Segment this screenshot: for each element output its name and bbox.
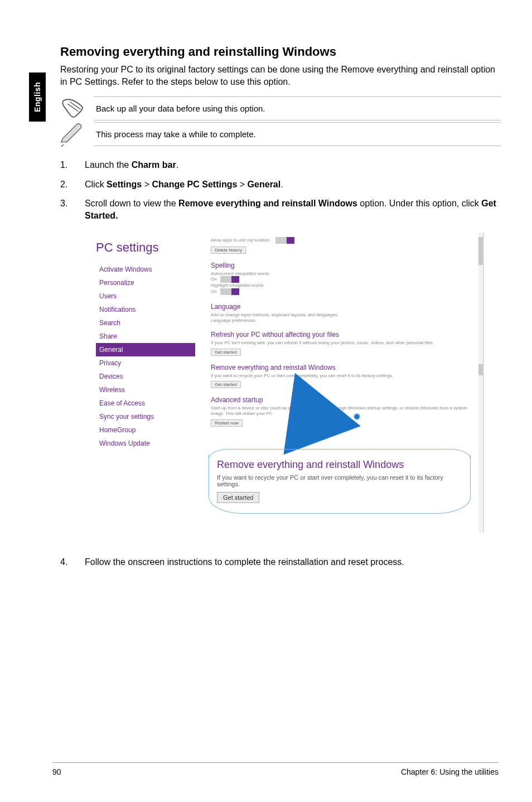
text-bold: Change PC Settings	[152, 180, 237, 189]
nav-general[interactable]: General	[96, 343, 195, 356]
chapter-label: Chapter 6: Using the utilities	[401, 767, 499, 776]
step-1: Launch the Charm bar.	[60, 159, 501, 171]
toggle-highlight[interactable]	[220, 288, 239, 295]
intro-paragraph: Restoring your PC to its original factor…	[60, 64, 501, 88]
text: If you want to recycle your PC or start …	[211, 373, 478, 379]
callout-body: If you want to recycle your PC or start …	[217, 474, 462, 487]
nav-notifications[interactable]: Notifications	[96, 303, 195, 316]
pen-icon	[60, 121, 86, 147]
step-4: Follow the onscreen instructions to comp…	[60, 556, 501, 568]
toggle[interactable]	[275, 237, 294, 244]
text-bold: Remove everything and reinstall Windows	[178, 199, 357, 208]
nav-privacy[interactable]: Privacy	[96, 356, 195, 370]
text: Add or change input methods, keyboard la…	[211, 312, 478, 318]
callout-get-started-button[interactable]: Get started	[217, 492, 259, 503]
text: On	[211, 276, 478, 283]
text: On	[211, 288, 478, 295]
nav-personalize[interactable]: Personalize	[96, 276, 195, 289]
step-3: Scroll down to view the Remove everythin…	[60, 197, 501, 223]
divider	[94, 146, 501, 146]
nav-windows-update[interactable]: Windows Update	[96, 437, 195, 450]
text: Allow apps to use my location	[211, 237, 478, 244]
nav-users[interactable]: Users	[96, 289, 195, 303]
text: If your PC isn't running well, you can r…	[211, 340, 478, 346]
text: Highlight misspelled words	[211, 283, 478, 288]
text: Autocorrect misspelled words	[211, 271, 478, 277]
scrollbar-track[interactable]	[478, 233, 483, 533]
pc-settings-title: PC settings	[96, 240, 195, 255]
pc-settings-screenshot: PC settings Activate Windows Personalize…	[84, 233, 484, 533]
scrollbar-thumb[interactable]	[478, 364, 483, 375]
footer-divider	[52, 762, 499, 763]
heading-language: Language	[211, 303, 478, 311]
scrollbar-thumb[interactable]	[478, 237, 483, 265]
text-bold: Charm bar	[132, 160, 176, 170]
text: .	[280, 180, 283, 189]
hand-icon	[60, 95, 86, 121]
nav-ease-of-access[interactable]: Ease of Access	[96, 397, 195, 410]
button-small[interactable]: Delete history	[211, 247, 246, 254]
page-number: 90	[52, 767, 61, 776]
link-language-prefs[interactable]: Language preferences	[211, 318, 478, 323]
nav-devices[interactable]: Devices	[96, 370, 195, 383]
divider	[94, 120, 501, 120]
section-title: Removing everything and reinstalling Win…	[60, 45, 501, 59]
nav-share[interactable]: Share	[96, 330, 195, 343]
nav-wireless[interactable]: Wireless	[96, 383, 195, 397]
heading-remove: Remove everything and reinstall Windows	[211, 364, 478, 371]
callout-title: Remove everything and reinstall Windows	[217, 459, 462, 471]
button-restart-now[interactable]: Restart now	[211, 419, 243, 427]
text-bold: Settings	[107, 180, 142, 189]
heading-refresh: Refresh your PC without affecting your f…	[211, 331, 478, 339]
text: .	[176, 160, 178, 170]
text: Scroll down to view the	[85, 199, 178, 208]
heading-spelling: Spelling	[211, 262, 478, 269]
note-time: This process may take a while to complet…	[60, 121, 501, 147]
language-tab: English	[29, 73, 46, 122]
callout-pointer-dot	[354, 413, 360, 420]
callout-remove-reinstall: Remove everything and reinstall Windows …	[209, 455, 471, 514]
note-backup-text: Back up all your data before using this …	[94, 97, 501, 120]
nav-homegroup[interactable]: HomeGroup	[96, 423, 195, 437]
text: Click	[85, 180, 107, 189]
note-backup: Back up all your data before using this …	[60, 95, 501, 121]
button-remove-get-started[interactable]: Get started	[211, 381, 241, 388]
text-bold: General	[248, 180, 281, 189]
note-time-text: This process may take a while to complet…	[94, 123, 501, 146]
button-refresh-get-started[interactable]: Get started	[211, 349, 241, 356]
nav-activate-windows[interactable]: Activate Windows	[96, 263, 195, 276]
text: >	[237, 180, 247, 189]
language-tab-label: English	[33, 82, 42, 112]
text: option. Under this option, click	[357, 199, 481, 208]
step-2: Click Settings > Change PC Settings > Ge…	[60, 178, 501, 191]
nav-search[interactable]: Search	[96, 316, 195, 330]
nav-sync-settings[interactable]: Sync your settings	[96, 410, 195, 423]
toggle-autocorrect[interactable]	[220, 276, 239, 283]
text: >	[142, 180, 152, 189]
text: Launch the	[85, 160, 132, 170]
